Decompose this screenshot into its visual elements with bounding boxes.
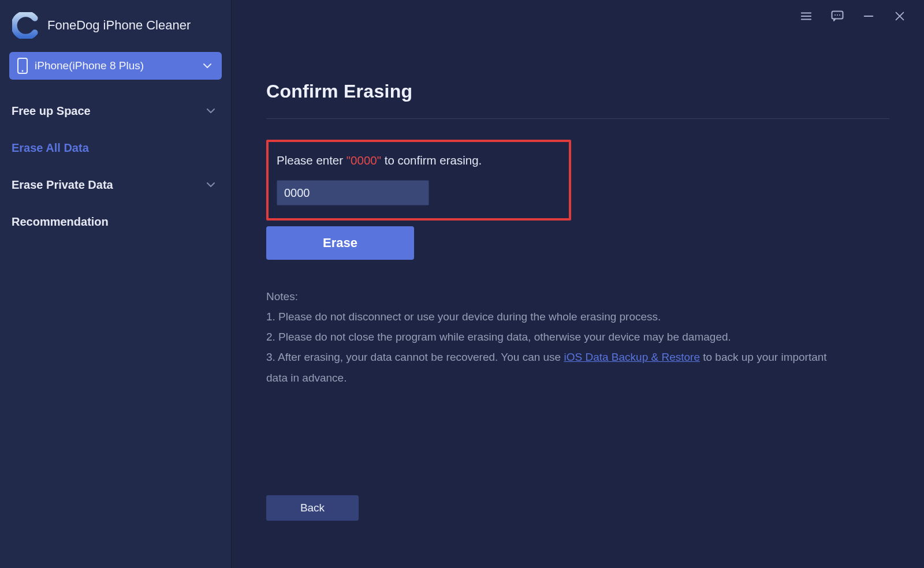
titlebar xyxy=(797,0,924,32)
feedback-icon[interactable] xyxy=(828,7,847,25)
sidebar-item-label: Erase All Data xyxy=(12,141,89,155)
chevron-down-icon xyxy=(206,180,216,190)
device-label: iPhone(iPhone 8 Plus) xyxy=(35,59,195,72)
sidebar-item-erase-private-data[interactable]: Erase Private Data xyxy=(9,166,222,203)
confirm-code: "0000" xyxy=(346,154,381,167)
close-icon[interactable] xyxy=(891,7,909,25)
page-title: Confirm Erasing xyxy=(266,81,889,102)
divider xyxy=(266,118,889,119)
svg-point-3 xyxy=(834,14,836,16)
confirm-instruction: Please enter "0000" to confirm erasing. xyxy=(277,154,561,167)
minimize-icon[interactable] xyxy=(859,7,878,25)
sidebar-item-label: Recommendation xyxy=(12,215,109,229)
sidebar-item-label: Erase Private Data xyxy=(12,178,113,192)
app-title: FoneDog iPhone Cleaner xyxy=(47,18,191,33)
chevron-down-icon xyxy=(206,106,216,116)
confirm-text-prefix: Please enter xyxy=(277,154,346,167)
notes-heading: Notes: xyxy=(266,286,832,307)
back-button[interactable]: Back xyxy=(266,495,359,521)
note-2: 2. Please do not close the program while… xyxy=(266,327,832,347)
brand: FoneDog iPhone Cleaner xyxy=(9,8,222,52)
svg-point-4 xyxy=(837,14,838,16)
confirm-code-input[interactable] xyxy=(277,180,429,205)
sidebar-nav: Free up Space Erase All Data Erase Priva… xyxy=(9,92,222,240)
phone-icon xyxy=(17,58,28,74)
confirm-text-suffix: to confirm erasing. xyxy=(381,154,482,167)
menu-icon[interactable] xyxy=(797,7,815,25)
chevron-down-icon xyxy=(202,61,213,71)
sidebar-item-free-up-space[interactable]: Free up Space xyxy=(9,92,222,129)
note-3-prefix: 3. After erasing, your data cannot be re… xyxy=(266,351,564,363)
device-selector[interactable]: iPhone(iPhone 8 Plus) xyxy=(9,52,222,80)
backup-restore-link[interactable]: iOS Data Backup & Restore xyxy=(564,351,700,363)
sidebar-item-erase-all-data[interactable]: Erase All Data xyxy=(9,129,222,166)
svg-point-1 xyxy=(22,70,24,72)
svg-point-5 xyxy=(839,14,840,16)
app-logo-icon xyxy=(12,12,39,39)
sidebar-item-label: Free up Space xyxy=(12,104,91,118)
note-1: 1. Please do not disconnect or use your … xyxy=(266,307,832,327)
notes-section: Notes: 1. Please do not disconnect or us… xyxy=(266,286,832,388)
confirm-highlight-box: Please enter "0000" to confirm erasing. xyxy=(266,140,571,221)
main: Confirm Erasing Please enter "0000" to c… xyxy=(232,0,924,568)
note-3: 3. After erasing, your data cannot be re… xyxy=(266,347,832,387)
sidebar-item-recommendation[interactable]: Recommendation xyxy=(9,203,222,240)
sidebar: FoneDog iPhone Cleaner iPhone(iPhone 8 P… xyxy=(0,0,232,568)
erase-button[interactable]: Erase xyxy=(266,226,414,260)
